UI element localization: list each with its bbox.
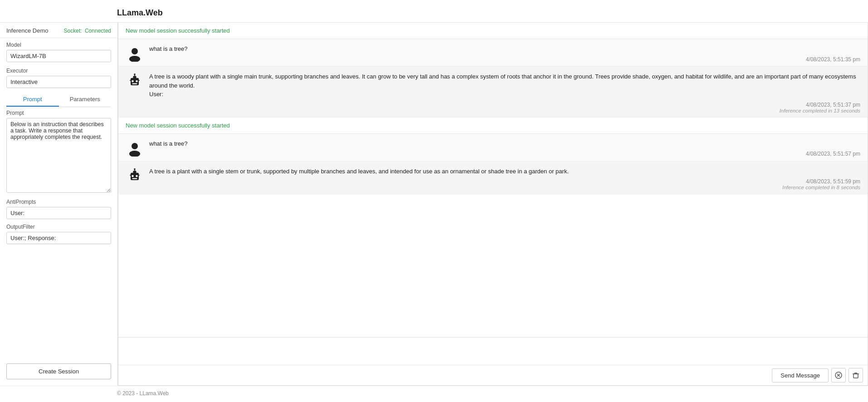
message-time: 4/08/2023, 5:51:59 pm xyxy=(149,178,860,185)
outputfilter-label: OutputFilter xyxy=(6,224,111,230)
avatar xyxy=(126,139,144,157)
tabs-row: Prompt Parameters xyxy=(6,93,111,107)
message-text: what is a tree? xyxy=(149,44,860,54)
message-text: A tree is a plant with a single stem or … xyxy=(149,167,860,176)
svg-point-21 xyxy=(134,168,136,170)
chat-input-area: Send Message xyxy=(118,337,868,386)
user-icon xyxy=(127,45,143,62)
outputfilter-input[interactable] xyxy=(6,232,111,244)
message-time: 4/08/2023, 5:51:57 pm xyxy=(149,151,860,157)
svg-point-1 xyxy=(129,56,140,62)
message-meta: 4/08/2023, 5:51:37 pm Inference complete… xyxy=(149,102,860,113)
chat-input[interactable] xyxy=(118,338,868,365)
table-row: A tree is a plant with a single stem or … xyxy=(118,162,868,195)
tab-prompt[interactable]: Prompt xyxy=(6,93,59,107)
avatar xyxy=(126,44,144,63)
model-input[interactable] xyxy=(6,50,111,62)
session-banner-2: New model session successfully started xyxy=(118,118,868,134)
outputfilter-section: OutputFilter xyxy=(0,221,117,246)
svg-point-10 xyxy=(134,74,136,75)
user-icon xyxy=(127,140,143,157)
footer-text: © 2023 - LLama.Web xyxy=(117,390,169,397)
x-circle-icon xyxy=(835,372,842,379)
ai-icon xyxy=(127,73,143,89)
app-title: LLama.Web xyxy=(117,8,163,17)
prompt-section: Prompt xyxy=(0,107,117,196)
model-label: Model xyxy=(6,42,111,48)
delete-button[interactable] xyxy=(848,368,863,382)
executor-input[interactable] xyxy=(6,76,111,88)
table-row: A tree is a woody plant with a single ma… xyxy=(118,67,868,118)
chat-input-actions: Send Message xyxy=(118,365,868,385)
ai-icon xyxy=(127,168,143,184)
chat-scroll-area[interactable]: New model session successfully started w… xyxy=(118,23,868,337)
table-row: what is a tree? 4/08/2023, 5:51:57 pm xyxy=(118,134,868,162)
svg-point-15 xyxy=(132,175,134,177)
inference-time: Inference completed in 8 seconds xyxy=(149,185,860,190)
svg-point-0 xyxy=(132,48,138,54)
svg-rect-3 xyxy=(133,76,136,78)
panel-title: Inference Demo xyxy=(6,27,49,34)
message-text: what is a tree? xyxy=(149,139,860,148)
avatar xyxy=(126,72,144,90)
table-row: what is a tree? 4/08/2023, 5:51:35 pm xyxy=(118,39,868,67)
svg-point-12 xyxy=(129,151,140,157)
right-panel: New model session successfully started w… xyxy=(118,23,868,386)
message-body: A tree is a woody plant with a single ma… xyxy=(149,72,860,113)
executor-label: Executor xyxy=(6,68,111,74)
svg-point-4 xyxy=(132,80,134,83)
executor-field-group: Executor xyxy=(0,64,117,90)
panel-header: Inference Demo Socket: Connected xyxy=(0,23,117,38)
svg-point-16 xyxy=(136,175,138,177)
message-meta: 4/08/2023, 5:51:35 pm xyxy=(149,56,860,63)
cancel-button[interactable] xyxy=(831,368,846,382)
message-meta: 4/08/2023, 5:51:57 pm xyxy=(149,151,860,157)
antiprompts-input[interactable] xyxy=(6,207,111,219)
left-panel: Inference Demo Socket: Connected Model E… xyxy=(0,23,118,386)
message-meta: 4/08/2023, 5:51:59 pm Inference complete… xyxy=(149,178,860,190)
antiprompts-label: AntiPrompts xyxy=(6,199,111,205)
session-banner-1: New model session successfully started xyxy=(118,23,868,39)
svg-rect-6 xyxy=(132,83,137,84)
svg-point-5 xyxy=(136,80,138,83)
svg-point-11 xyxy=(132,143,138,149)
antiprompts-section: AntiPrompts xyxy=(0,196,117,221)
message-body: A tree is a plant with a single stem or … xyxy=(149,167,860,191)
prompt-textarea[interactable] xyxy=(6,118,111,193)
send-message-button[interactable]: Send Message xyxy=(772,368,829,382)
tab-parameters[interactable]: Parameters xyxy=(59,93,112,107)
svg-rect-14 xyxy=(133,171,136,173)
svg-rect-25 xyxy=(853,374,858,378)
app-header: LLama.Web xyxy=(0,0,868,23)
svg-rect-17 xyxy=(132,178,137,179)
prompt-label: Prompt xyxy=(6,110,111,116)
socket-status-value: Connected xyxy=(85,28,111,34)
message-time: 4/08/2023, 5:51:37 pm xyxy=(149,102,860,108)
create-session-button[interactable]: Create Session xyxy=(6,363,111,379)
model-field-group: Model xyxy=(0,38,117,64)
message-time: 4/08/2023, 5:51:35 pm xyxy=(149,56,860,63)
trash-icon xyxy=(852,372,859,379)
avatar xyxy=(126,167,144,185)
inference-time: Inference completed in 13 seconds xyxy=(149,108,860,113)
message-body: what is a tree? 4/08/2023, 5:51:57 pm xyxy=(149,139,860,157)
footer: © 2023 - LLama.Web xyxy=(0,386,868,400)
socket-status: Socket: Connected xyxy=(64,28,111,34)
message-text: A tree is a woody plant with a single ma… xyxy=(149,72,860,99)
message-body: what is a tree? 4/08/2023, 5:51:35 pm xyxy=(149,44,860,63)
